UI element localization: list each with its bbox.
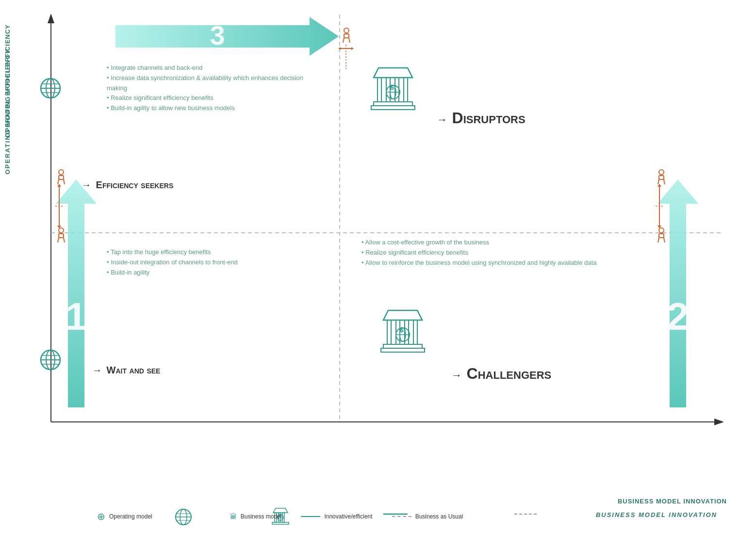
svg-line-22 — [64, 179, 65, 184]
legend-bau: Business as Usual — [392, 513, 463, 520]
disruptors-label: → Disruptors — [437, 109, 526, 127]
svg-text:3: 3 — [210, 20, 225, 50]
svg-marker-5 — [56, 179, 97, 407]
svg-point-11 — [344, 28, 349, 33]
legend-operating-model: ⊕ Operating model — [97, 511, 152, 522]
svg-point-31 — [659, 170, 664, 175]
svg-marker-17 — [351, 47, 354, 50]
svg-line-34 — [664, 179, 665, 184]
svg-rect-40 — [659, 234, 664, 238]
legend-line-bau — [392, 516, 411, 517]
top-left-bullets: Integrate channels and back-end Increase… — [107, 63, 315, 113]
svg-line-30 — [64, 238, 65, 242]
legend-business-model: 🏛 Business model — [172, 513, 282, 520]
svg-point-39 — [659, 228, 664, 233]
svg-rect-32 — [659, 176, 664, 179]
svg-text:1: 1 — [66, 295, 87, 338]
svg-text:$: $ — [390, 83, 394, 91]
svg-rect-69 — [383, 344, 422, 348]
bottom-right-bullets: Allow a cost-effective growth of the bus… — [362, 238, 633, 268]
svg-line-33 — [658, 179, 659, 184]
svg-marker-7 — [657, 179, 698, 407]
svg-line-41 — [658, 238, 659, 242]
svg-rect-70 — [381, 348, 425, 352]
legend: ⊕ Operating model 🏛 Business model Innov… — [97, 511, 463, 522]
svg-rect-12 — [344, 34, 349, 38]
svg-rect-65 — [387, 320, 391, 344]
svg-text:$: $ — [400, 326, 404, 334]
main-container: Operating Model Efficiency Business Mode… — [0, 0, 756, 533]
svg-marker-53 — [374, 68, 412, 78]
wait-and-see-label: → Wait and see — [92, 365, 160, 376]
svg-rect-20 — [59, 176, 64, 179]
svg-line-13 — [343, 38, 344, 43]
svg-rect-54 — [378, 78, 381, 102]
y-axis-label-text: Operating Model Efficiency — [4, 48, 11, 175]
challengers-label: → Challengers — [451, 365, 551, 383]
svg-line-21 — [58, 179, 59, 184]
svg-line-42 — [664, 238, 665, 242]
svg-text:2: 2 — [667, 295, 689, 338]
legend-line-innovative — [301, 516, 320, 517]
svg-rect-58 — [374, 102, 412, 106]
svg-rect-28 — [59, 234, 64, 238]
x-axis-label-text: Business Model Innovation — [596, 511, 717, 518]
svg-rect-68 — [413, 320, 417, 344]
efficiency-seekers-label: → Efficiency seekers — [82, 179, 173, 191]
legend-innovative: Innovative/efficient — [301, 513, 372, 520]
svg-marker-9 — [115, 17, 339, 56]
svg-line-29 — [58, 238, 59, 242]
svg-rect-59 — [371, 106, 415, 110]
svg-line-14 — [349, 38, 350, 43]
svg-point-27 — [59, 228, 64, 233]
svg-rect-57 — [404, 78, 408, 102]
bottom-left-bullets: Tap into the huge efficiency benefits In… — [107, 247, 311, 277]
svg-point-19 — [59, 170, 64, 175]
svg-marker-64 — [383, 310, 422, 320]
svg-rect-79 — [272, 522, 289, 524]
